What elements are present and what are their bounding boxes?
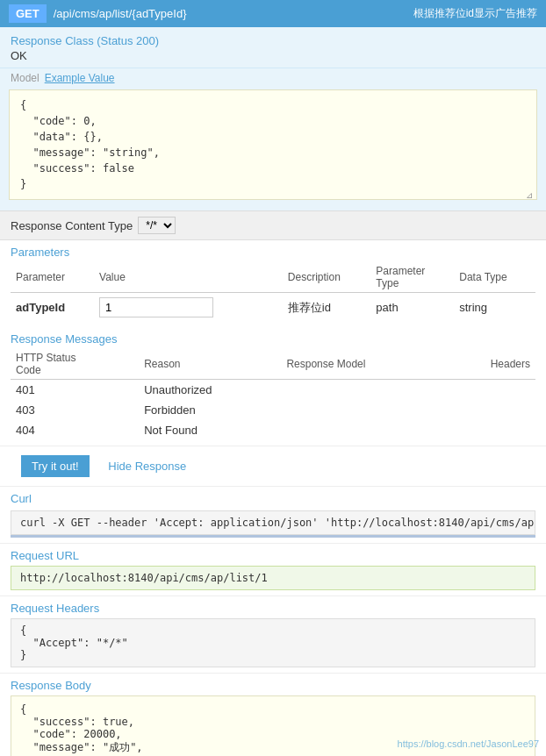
headers-line-3: } <box>20 649 526 661</box>
response-content-type-label: Response Content Type <box>11 219 133 232</box>
try-it-out-button[interactable]: Try it out! <box>21 455 90 477</box>
curl-code: curl -X GET --header 'Accept: applicatio… <box>11 510 535 535</box>
example-code-block: { "code": 0, "data": {}, "message": "str… <box>9 89 537 200</box>
resp-row-403: 403 Forbidden <box>11 400 535 420</box>
param-header-desc: Description <box>283 262 370 293</box>
resp-code-403: 403 <box>11 400 139 420</box>
api-description: 根据推荐位id显示广告推荐 <box>413 6 537 21</box>
response-table-header: HTTP StatusCode Reason Response Model He… <box>11 349 535 380</box>
resp-headers-404 <box>444 420 535 440</box>
code-line-5: "success": false <box>20 160 526 176</box>
param-header-name: Parameter <box>11 262 94 293</box>
headers-line-1: { <box>20 624 526 637</box>
curl-label: Curl <box>11 492 535 505</box>
response-class-section: Response Class (Status 200) OK <box>0 27 546 68</box>
code-line-4: "message": "string", <box>20 145 526 160</box>
resp-model-403 <box>281 400 443 420</box>
request-url-section: Request URL http://localhost:8140/api/cm… <box>0 543 546 596</box>
request-headers-value: { "Accept": "*/*" } <box>11 618 535 667</box>
resize-handle[interactable]: ⊿ <box>526 189 535 197</box>
resp-row-401: 401 Unauthorized <box>11 380 535 401</box>
param-datatype-cell: string <box>454 293 535 323</box>
param-desc-cell: 推荐位id <box>283 293 370 323</box>
resp-header-model: Response Model <box>281 349 443 380</box>
code-line-1: { <box>20 97 526 113</box>
code-line-6: } <box>20 176 526 192</box>
resp-code-404: 404 <box>11 420 139 440</box>
action-row: Try it out! Hide Response <box>0 446 546 486</box>
response-class-status: OK <box>11 49 535 62</box>
resp-header-reason: Reason <box>139 349 281 380</box>
curl-section: Curl curl -X GET --header 'Accept: appli… <box>0 486 546 543</box>
param-header-value: Value <box>94 262 268 293</box>
response-messages-label: Response Messages <box>11 332 535 346</box>
resp-headers-403 <box>444 400 535 420</box>
response-messages-section: Response Messages HTTP StatusCode Reason… <box>0 327 546 446</box>
resp-row-404: 404 Not Found <box>11 420 535 440</box>
resp-model-401 <box>281 380 443 401</box>
param-table-header-row: Parameter Value Description ParameterTyp… <box>11 262 535 293</box>
resp-reason-404: Not Found <box>139 420 281 440</box>
resp-headers-401 <box>444 380 535 401</box>
watermark: https://blog.csdn.net/JasonLee97 <box>398 738 539 749</box>
response-table: HTTP StatusCode Reason Response Model He… <box>11 349 535 440</box>
resp-model-404 <box>281 420 443 440</box>
param-type-cell: path <box>370 293 454 323</box>
parameters-section: Parameters Parameter Value Description P… <box>0 240 546 327</box>
code-line-3: "data": {}, <box>20 129 526 145</box>
code-line-2: "code": 0, <box>20 113 526 129</box>
response-content-type-section: Response Content Type */* <box>0 210 546 240</box>
resp-code-401: 401 <box>11 380 139 401</box>
param-header-spacer <box>268 262 283 293</box>
request-url-label: Request URL <box>11 549 535 562</box>
param-table: Parameter Value Description ParameterTyp… <box>11 262 535 322</box>
param-row: adTypeId 推荐位id path string <box>11 293 535 323</box>
model-section: Model Example Value <box>0 68 546 89</box>
param-name-cell: adTypeId <box>11 293 94 323</box>
param-header-paramtype: ParameterType <box>370 262 454 293</box>
body-line-2: "success": true, <box>20 716 526 728</box>
hide-response-link[interactable]: Hide Response <box>108 460 186 473</box>
param-value-cell <box>94 293 268 323</box>
example-value-btn[interactable]: Example Value <box>45 72 115 84</box>
resp-reason-403: Forbidden <box>139 400 281 420</box>
resp-reason-401: Unauthorized <box>139 380 281 401</box>
request-headers-section: Request Headers { "Accept": "*/*" } <box>0 596 546 673</box>
model-label: Model <box>11 72 40 84</box>
response-body-label: Response Body <box>11 679 535 692</box>
param-value-input[interactable] <box>99 297 213 317</box>
code-block-container: { "code": 0, "data": {}, "message": "str… <box>0 89 546 210</box>
content-type-select[interactable]: */* <box>138 217 176 234</box>
parameters-label: Parameters <box>11 246 535 259</box>
headers-line-2: "Accept": "*/*" <box>20 637 526 649</box>
request-headers-label: Request Headers <box>11 602 535 615</box>
response-class-label: Response Class (Status 200) <box>11 34 535 47</box>
param-empty <box>268 293 283 323</box>
curl-scroll[interactable]: curl -X GET --header 'Accept: applicatio… <box>11 507 535 538</box>
resp-header-headers: Headers <box>444 349 535 380</box>
param-header-datatype: Data Type <box>454 262 535 293</box>
request-url-value: http://localhost:8140/api/cms/ap/list/1 <box>11 566 535 590</box>
body-line-1: { <box>20 703 526 716</box>
api-top-bar: GET /api/cms/ap/list/{adTypeId} 根据推荐位id显… <box>0 0 546 27</box>
api-endpoint: /api/cms/ap/list/{adTypeId} <box>54 7 187 20</box>
method-badge: GET <box>9 4 47 23</box>
resp-header-code: HTTP StatusCode <box>11 349 139 380</box>
